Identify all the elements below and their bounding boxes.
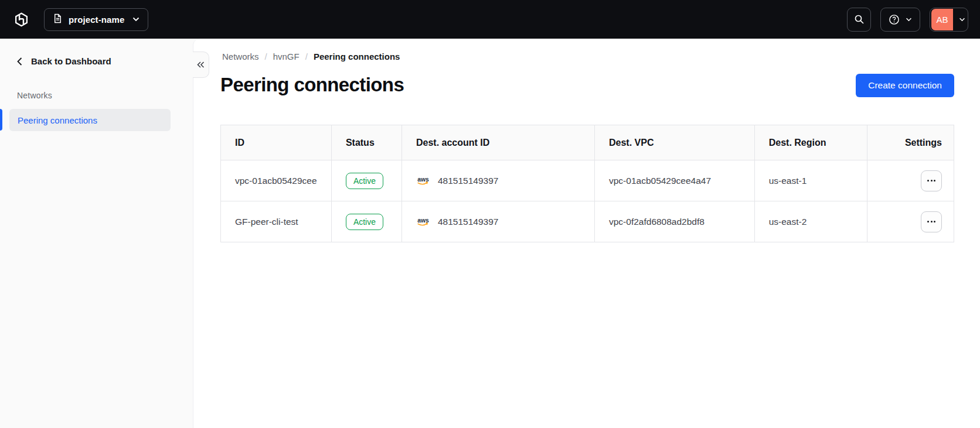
aws-icon: aws: [416, 176, 432, 186]
breadcrumb-networks[interactable]: Networks: [222, 52, 259, 61]
breadcrumb-separator: /: [265, 52, 267, 61]
peering-connections-table: ID Status Dest. account ID Dest. VPC Des…: [220, 125, 954, 242]
account-id-value: 481515149397: [438, 217, 498, 227]
table-row: GF-peer-cli-test Active aws 481515149397…: [221, 201, 954, 242]
chevron-down-icon: [906, 18, 912, 22]
hashicorp-logo-icon[interactable]: [14, 12, 29, 27]
cell-dest-vpc: vpc-0f2afd6808ad2bdf8: [595, 201, 755, 242]
column-header-id: ID: [221, 125, 332, 160]
ellipsis-icon: [927, 180, 929, 182]
project-selector[interactable]: project-name: [44, 8, 148, 31]
cell-status: Active: [331, 160, 401, 201]
double-chevron-left-icon: [197, 61, 205, 68]
cell-id: vpc-01acb05429cee: [221, 160, 332, 201]
status-badge: Active: [346, 173, 383, 189]
breadcrumb-hvn[interactable]: hvnGF: [273, 52, 300, 61]
avatar: AB: [931, 9, 953, 30]
main-content: Networks / hvnGF / Peering connections P…: [193, 39, 980, 428]
column-header-dest-region: Dest. Region: [754, 125, 867, 160]
aws-icon: aws: [416, 217, 432, 227]
search-button[interactable]: [847, 8, 871, 32]
top-bar: project-name AB: [0, 0, 980, 39]
breadcrumb: Networks / hvnGF / Peering connections: [222, 52, 954, 61]
ellipsis-icon: [927, 221, 929, 222]
cell-dest-account-id: aws 481515149397: [401, 160, 594, 201]
column-header-dest-vpc: Dest. VPC: [595, 125, 755, 160]
cell-dest-region: us-east-2: [754, 201, 867, 242]
breadcrumb-current: Peering connections: [314, 52, 400, 61]
cell-settings: [867, 201, 954, 242]
row-menu-button[interactable]: [921, 170, 942, 191]
create-connection-button[interactable]: Create connection: [856, 74, 954, 97]
sidebar-section-networks: Networks: [17, 91, 193, 100]
cell-dest-vpc: vpc-01acb05429cee4a47: [595, 160, 755, 201]
chevron-down-icon: [132, 17, 139, 22]
sidebar-item-peering-connections[interactable]: Peering connections: [9, 109, 171, 131]
cell-dest-account-id: aws 481515149397: [401, 201, 594, 242]
table-header-row: ID Status Dest. account ID Dest. VPC Des…: [221, 125, 954, 160]
help-menu-button[interactable]: [880, 8, 920, 32]
help-icon: [889, 14, 900, 25]
cell-settings: [867, 160, 954, 201]
cell-id: GF-peer-cli-test: [221, 201, 332, 242]
status-badge: Active: [346, 214, 383, 230]
sidebar-collapse-button[interactable]: [193, 52, 209, 78]
document-icon: [53, 13, 63, 26]
page-title: Peering connections: [220, 74, 404, 96]
column-header-settings: Settings: [867, 125, 954, 160]
chevron-down-icon: [959, 18, 965, 22]
user-menu-button[interactable]: AB: [930, 8, 968, 32]
row-menu-button[interactable]: [921, 211, 942, 232]
sidebar: Back to Dashboard Networks Peering conne…: [0, 39, 193, 428]
back-to-dashboard-link[interactable]: Back to Dashboard: [0, 39, 193, 66]
project-selector-label: project-name: [69, 15, 124, 25]
back-to-dashboard-label: Back to Dashboard: [31, 56, 111, 66]
breadcrumb-separator: /: [305, 52, 308, 61]
sidebar-item-label: Peering connections: [18, 115, 97, 125]
column-header-dest-account-id: Dest. account ID: [401, 125, 594, 160]
cell-status: Active: [331, 201, 401, 242]
search-icon: [854, 14, 865, 25]
cell-dest-region: us-east-1: [754, 160, 867, 201]
chevron-left-icon: [17, 57, 22, 66]
column-header-status: Status: [331, 125, 401, 160]
active-item-indicator: [0, 109, 2, 131]
table-row: vpc-01acb05429cee Active aws 48151514939…: [221, 160, 954, 201]
account-id-value: 481515149397: [438, 176, 498, 186]
